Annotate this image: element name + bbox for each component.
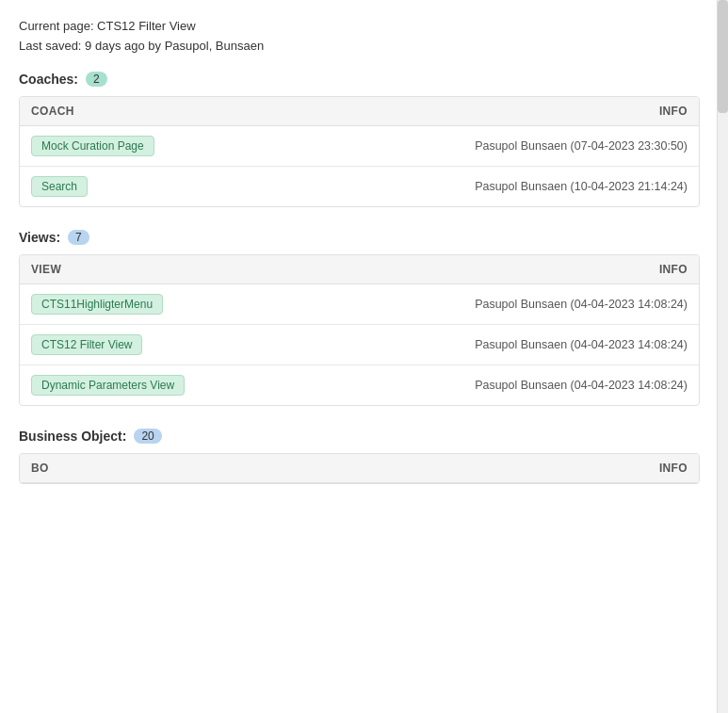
bo-table-container: BO INFO [19,453,700,484]
coach-name-cell: Mock Curation Page [20,126,280,167]
coaches-table: COACH INFO Mock Curation Page Pasupol Bu… [20,97,699,206]
views-table-body: CTS11HighligterMenu Pasupol Bunsaen (04-… [20,284,699,406]
coaches-col-info: INFO [280,97,699,126]
view-tag: CTS11HighligterMenu [31,294,163,315]
coaches-table-container: COACH INFO Mock Curation Page Pasupol Bu… [19,96,700,207]
table-row: CTS11HighligterMenu Pasupol Bunsaen (04-… [20,284,699,325]
views-table-header-row: VIEW INFO [20,255,699,284]
bo-col-info: INFO [319,454,699,483]
bo-count-badge: 20 [134,429,161,444]
table-row: Mock Curation Page Pasupol Bunsaen (07-0… [20,126,699,167]
views-title: Views: [19,230,60,245]
view-name-cell: CTS11HighligterMenu [20,284,311,325]
coaches-section-header: Coaches: 2 [19,72,700,87]
views-table: VIEW INFO CTS11HighligterMenu Pasupol Bu… [20,255,699,405]
coach-tag: Search [31,176,88,197]
coaches-table-header-row: COACH INFO [20,97,699,126]
coaches-col-coach: COACH [20,97,280,126]
current-page-label: Current page: CTS12 Filter View [19,19,196,33]
last-saved-info: Last saved: 9 days ago by Pasupol, Bunsa… [19,39,700,53]
table-row: CTS12 Filter View Pasupol Bunsaen (04-04… [20,325,699,365]
view-name-cell: Dynamic Parameters View [20,365,311,406]
bo-title: Business Object: [19,429,126,444]
view-info-cell: Pasupol Bunsaen (04-04-2023 14:08:24) [311,284,699,325]
bo-col-bo: BO [20,454,319,483]
bo-section-header: Business Object: 20 [19,429,700,444]
view-tag: Dynamic Parameters View [31,375,185,396]
outer-scrollbar[interactable] [717,0,728,713]
bo-table: BO INFO [20,454,699,483]
bo-table-header-row: BO INFO [20,454,699,483]
view-info-cell: Pasupol Bunsaen (04-04-2023 14:08:24) [311,365,699,406]
coaches-count-badge: 2 [86,72,107,87]
last-saved-label: Last saved: 9 days ago by Pasupol, Bunsa… [19,39,264,53]
coach-info-cell: Pasupol Bunsaen (07-04-2023 23:30:50) [280,126,699,167]
current-page-info: Current page: CTS12 Filter View [19,19,700,33]
views-table-container[interactable]: VIEW INFO CTS11HighligterMenu Pasupol Bu… [19,254,700,406]
view-info-cell: Pasupol Bunsaen (04-04-2023 14:08:24) [311,325,699,365]
view-name-cell: CTS12 Filter View [20,325,311,365]
coach-name-cell: Search [20,167,280,207]
views-col-info: INFO [311,255,699,284]
views-section-header: Views: 7 [19,230,700,245]
coach-info-cell: Pasupol Bunsaen (10-04-2023 21:14:24) [280,167,699,207]
view-tag: CTS12 Filter View [31,334,142,355]
table-row: Dynamic Parameters View Pasupol Bunsaen … [20,365,699,406]
views-count-badge: 7 [68,230,89,245]
coaches-table-body: Mock Curation Page Pasupol Bunsaen (07-0… [20,126,699,207]
outer-scrollbar-thumb[interactable] [718,0,728,113]
main-container: Current page: CTS12 Filter View Last sav… [0,0,728,526]
views-col-view: VIEW [20,255,311,284]
table-row: Search Pasupol Bunsaen (10-04-2023 21:14… [20,167,699,207]
coach-tag: Mock Curation Page [31,136,154,156]
coaches-title: Coaches: [19,72,78,87]
